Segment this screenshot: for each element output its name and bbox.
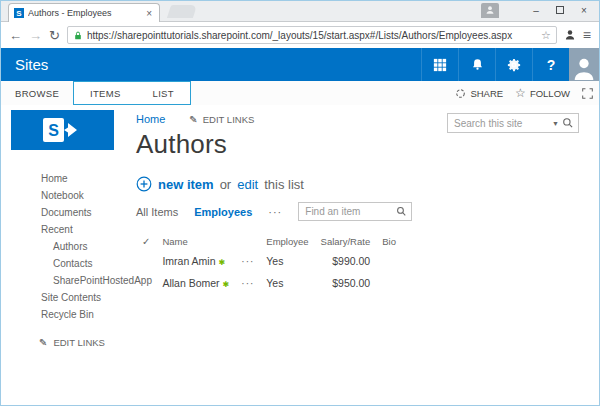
item-menu-icon[interactable]: ··· <box>241 278 254 289</box>
command-bar: new item or edit this list <box>136 176 599 192</box>
sidebar-edit-links-button[interactable]: ✎ EDIT LINKS <box>39 337 126 348</box>
address-bar[interactable]: https://sharepointtutorials.sharepoint.c… <box>67 26 557 44</box>
browser-toolbar: ← → ↻ https://sharepointtutorials.sharep… <box>1 22 599 48</box>
maximize-button[interactable] <box>549 2 571 18</box>
suite-bar-title[interactable]: Sites <box>1 56 421 73</box>
breadcrumb-home-link[interactable]: Home <box>136 113 165 125</box>
view-more-icon[interactable]: ··· <box>268 206 282 218</box>
close-button[interactable]: × <box>573 2 595 18</box>
salary-value: $990.00 <box>315 250 377 272</box>
chrome-user-icon[interactable] <box>481 3 499 18</box>
suite-bar: Sites <box>1 48 599 81</box>
url-text: https://sharepointtutorials.sharepoint.c… <box>87 30 537 41</box>
browser-profile-icon[interactable] <box>564 29 576 41</box>
new-item-plus-icon[interactable] <box>136 176 152 192</box>
this-list-text: this list <box>264 177 304 192</box>
bell-icon <box>471 58 484 71</box>
column-header-salary[interactable]: Salary/Rate <box>315 233 377 250</box>
avatar-person-icon <box>572 55 596 81</box>
site-search-input[interactable] <box>454 118 549 129</box>
tab-title: Authors - Employees <box>28 8 140 18</box>
main-area: Home ✎ EDIT LINKS Authors ▼ <box>126 105 599 406</box>
site-search-box[interactable]: ▼ <box>447 113 579 133</box>
share-label: SHARE <box>470 88 503 99</box>
focus-mode-button[interactable] <box>582 88 593 99</box>
find-item-input[interactable] <box>305 206 396 217</box>
sidebar-item-notebook[interactable]: Notebook <box>1 187 126 204</box>
window-controls: – × <box>481 2 595 18</box>
user-avatar[interactable] <box>569 48 599 81</box>
bookmark-star-icon[interactable]: ☆ <box>541 29 551 42</box>
settings-button[interactable] <box>495 48 532 81</box>
table-header-row: ✓ Name Employee Salary/Rate Bio <box>136 233 414 250</box>
sidebar-item-site-contents[interactable]: Site Contents <box>1 289 126 306</box>
column-header-bio[interactable]: Bio <box>376 233 414 250</box>
ribbon-right-actions: SHARE ☆ FOLLOW <box>455 81 593 105</box>
browser-menu-icon[interactable]: ≡ <box>583 27 591 43</box>
search-scope-dropdown-icon[interactable]: ▼ <box>552 120 559 127</box>
ribbon-bar: BROWSE ITEMS LIST SHARE ☆ FOLLOW <box>1 81 599 105</box>
app-launcher-button[interactable] <box>421 48 458 81</box>
suite-bar-icons: ? <box>421 48 569 81</box>
column-header-name[interactable]: Name <box>156 233 235 250</box>
or-text: or <box>220 177 232 192</box>
share-icon <box>455 88 466 99</box>
sidebar-item-sharepointhostedapp[interactable]: SharePointHostedApp <box>1 272 126 289</box>
focus-mode-icon <box>582 88 593 99</box>
table-row[interactable]: Allan Bomer✱ ··· Yes $950.00 <box>136 272 414 294</box>
edit-links-label: EDIT LINKS <box>53 337 105 348</box>
https-padlock-icon <box>73 30 83 41</box>
select-all-check-icon[interactable]: ✓ <box>142 236 150 247</box>
sidebar-item-documents[interactable]: Documents <box>1 204 126 221</box>
search-icon[interactable] <box>396 206 407 217</box>
minimize-button[interactable]: – <box>525 2 547 18</box>
column-header-employee[interactable]: Employee <box>260 233 314 250</box>
forward-icon[interactable]: → <box>29 29 42 42</box>
item-menu-icon[interactable]: ··· <box>241 256 254 267</box>
reload-icon[interactable]: ↻ <box>49 29 60 42</box>
item-name-link[interactable]: Allan Bomer <box>162 277 219 289</box>
sidebar: S Home Notebook Documents Recent Authors… <box>1 105 126 406</box>
sidebar-item-home[interactable]: Home <box>1 170 126 187</box>
browser-tab[interactable]: S Authors - Employees × <box>8 3 160 22</box>
item-name-link[interactable]: Imran Amin <box>162 255 215 267</box>
view-switcher: All Items Employees ··· <box>136 202 599 221</box>
new-item-badge-icon: ✱ <box>219 258 226 267</box>
gear-icon <box>507 58 521 72</box>
follow-label: FOLLOW <box>530 88 570 99</box>
svg-text:S: S <box>48 122 59 139</box>
ribbon-contextual-group: ITEMS LIST <box>73 81 191 105</box>
search-icon[interactable] <box>562 117 574 129</box>
sharepoint-logo-icon: S <box>41 115 85 145</box>
sidebar-item-recycle-bin[interactable]: Recycle Bin <box>1 306 126 323</box>
view-employees[interactable]: Employees <box>194 206 252 218</box>
sidebar-item-recent[interactable]: Recent <box>1 221 126 238</box>
edit-list-link[interactable]: edit <box>237 177 258 192</box>
follow-star-icon: ☆ <box>515 86 526 100</box>
sidebar-item-contacts[interactable]: Contacts <box>1 255 126 272</box>
sidebar-item-authors[interactable]: Authors <box>1 238 126 255</box>
ribbon-tab-items[interactable]: ITEMS <box>74 82 137 104</box>
ribbon-tab-browse[interactable]: BROWSE <box>1 81 73 105</box>
share-button[interactable]: SHARE <box>455 88 503 99</box>
new-item-link[interactable]: new item <box>158 177 214 192</box>
new-item-badge-icon: ✱ <box>223 280 230 289</box>
view-all-items[interactable]: All Items <box>136 206 178 218</box>
new-tab-button[interactable] <box>167 5 197 18</box>
notifications-button[interactable] <box>458 48 495 81</box>
app-launcher-grid-icon <box>433 58 447 72</box>
top-edit-links-button[interactable]: ✎ EDIT LINKS <box>189 114 254 125</box>
ribbon-tab-list[interactable]: LIST <box>137 82 190 104</box>
page-title: Authors <box>136 129 599 160</box>
follow-button[interactable]: ☆ FOLLOW <box>515 86 570 100</box>
tab-close-icon[interactable]: × <box>144 8 154 19</box>
help-button[interactable]: ? <box>532 48 569 81</box>
salary-value: $950.00 <box>315 272 377 294</box>
edit-links-label: EDIT LINKS <box>203 114 255 125</box>
back-icon[interactable]: ← <box>9 29 22 42</box>
table-row[interactable]: Imran Amin✱ ··· Yes $990.00 <box>136 250 414 272</box>
site-logo[interactable]: S <box>11 110 114 150</box>
employee-value: Yes <box>260 272 314 294</box>
sidebar-nav: Home Notebook Documents Recent Authors C… <box>1 170 126 323</box>
find-item-box[interactable] <box>298 202 412 221</box>
